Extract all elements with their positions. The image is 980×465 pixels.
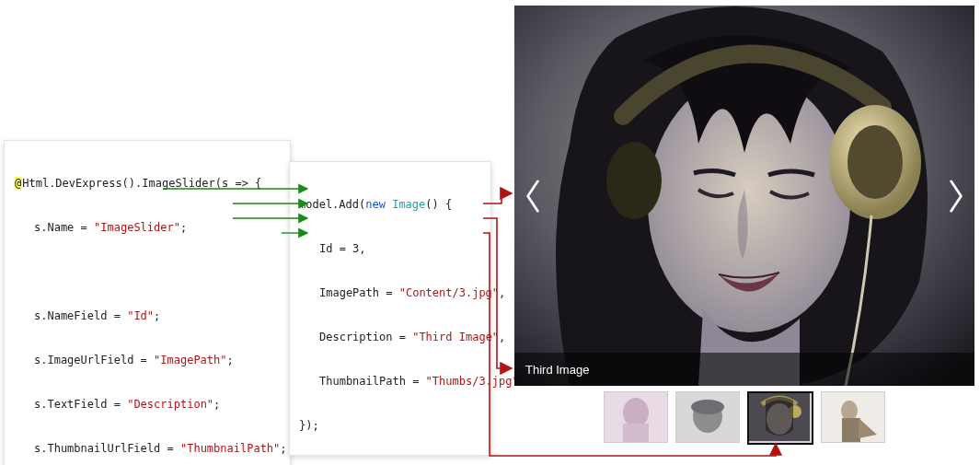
svg-point-6 [623, 398, 649, 427]
code-text: }); [299, 419, 319, 432]
svg-point-10 [691, 400, 724, 414]
svg-point-4 [606, 142, 662, 219]
code-string: "Id" [127, 309, 154, 322]
main-image-area: Third Image [514, 6, 974, 386]
code-string: "Third Image" [412, 331, 499, 343]
code-text: ImagePath = [319, 286, 399, 299]
chevron-right-icon [946, 180, 966, 213]
svg-point-3 [847, 125, 903, 199]
code-string: "ImagePath" [154, 354, 226, 366]
thumbnail-1[interactable] [604, 391, 668, 443]
code-text: s.TextField = [34, 398, 127, 411]
code-text: () { [425, 198, 452, 211]
code-text: ; [280, 442, 286, 455]
code-string: "ImageSlider" [94, 221, 180, 234]
code-string: "Thumbs/3.jpg" [426, 375, 519, 388]
code-text: s.ThumbnailUrlField = [34, 442, 180, 455]
code-keyword: new [365, 198, 386, 211]
code-box-config: @Html.DevExpress().ImageSlider(s => { s.… [4, 140, 291, 465]
code-text: , [499, 286, 505, 299]
caption-text: Third Image [525, 363, 589, 377]
code-text: Html.DevExpress().ImageSlider(s => { [22, 177, 261, 190]
code-text: Id = 3, [319, 242, 366, 255]
code-text: s.Name = [34, 221, 94, 234]
code-text: s.NameField = [34, 309, 127, 322]
code-text: ; [213, 398, 220, 411]
code-text: s.ImageUrlField = [34, 354, 154, 366]
code-string: "Content/3.jpg" [399, 286, 499, 299]
svg-rect-7 [623, 424, 649, 442]
code-text: ; [227, 354, 234, 366]
code-box-model: model.Add(new Image() { Id = 3, ImagePat… [289, 161, 491, 456]
razor-at: @ [14, 177, 22, 190]
code-text: ThumbnailPath = [319, 375, 426, 388]
thumbnail-3[interactable] [747, 391, 813, 445]
diagram-stage: { "code1": { "line1_at": "@", "line1_res… [0, 0, 980, 465]
code-type: Image [392, 198, 425, 211]
svg-point-15 [841, 401, 858, 421]
main-image [514, 6, 974, 386]
caption-bar: Third Image [514, 353, 974, 386]
code-string: "Description" [127, 398, 213, 411]
code-text: Description = [319, 331, 412, 343]
prev-arrow[interactable] [520, 176, 546, 216]
thumbnail-strip [514, 391, 974, 445]
code-text: model.Add( [299, 198, 365, 211]
code-text: ; [180, 221, 187, 234]
thumbnail-2[interactable] [675, 391, 740, 443]
thumbnail-4[interactable] [821, 391, 885, 443]
svg-rect-16 [842, 418, 860, 442]
chevron-left-icon [523, 180, 543, 213]
code-text: , [499, 331, 505, 343]
next-arrow[interactable] [943, 176, 969, 216]
code-text: ; [154, 309, 160, 322]
image-slider: Third Image [514, 6, 974, 445]
code-string: "ThumbnailPath" [180, 442, 280, 455]
